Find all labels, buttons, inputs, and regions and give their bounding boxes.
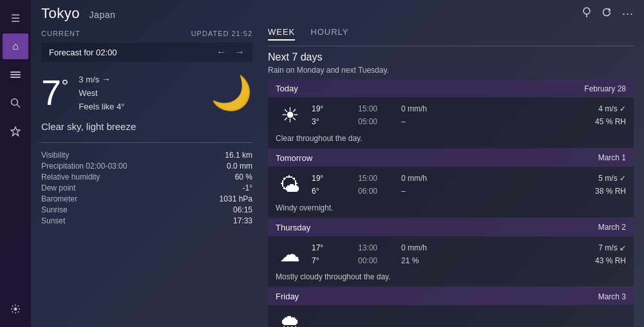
wind-info: 3 m/s → West Feels like 4° [79,72,124,113]
city-title: Tokyo Japan [41,5,115,22]
day-card: Today February 28 ☀ 19°3° 15:0005:00 0 m… [268,80,634,148]
day-card-header: Today February 28 [268,80,634,97]
detail-row: Relative humidity60 % [41,173,252,182]
day-temps: 17°7° [312,241,350,268]
day-times: 13:0000:00 [358,241,393,268]
day-temps [312,316,350,327]
day-weather-icon: 🌤 [276,173,304,197]
weather-main: 7° 3 m/s → West Feels like 4° 🌙 [41,70,252,118]
topbar-icons: ··· [582,6,634,21]
feels-like: Feels like 4° [79,100,124,114]
day-weather-icon: ☀ [276,103,304,127]
updated-label: UPDATED 21:52 [191,30,252,37]
sidebar-item-home[interactable]: ⌂ [3,33,28,59]
svg-point-6 [14,308,17,311]
day-precip: 0 mm/h– [401,102,437,129]
rain-notice: Rain on Monday and next Tuesday. [268,66,634,75]
day-desc: Windy overnight. [268,203,634,218]
detail-label: Visibility [41,151,69,160]
detail-label: Precipitation 02:00-03:00 [41,162,127,171]
wind-speed-value: 3 m/s [79,75,99,84]
svg-marker-5 [11,127,20,136]
day-card-body: 🌧 [268,305,634,327]
day-desc: Clear throughout the day. [268,134,634,148]
forecast-arrows: ← → [216,46,245,58]
sidebar: ☰ ⌂ [0,0,31,327]
day-date: March 1 [598,153,626,162]
day-precip: 0 mm/h– [401,172,437,198]
tab-hourly[interactable]: HOURLY [310,27,348,41]
tab-week[interactable]: WEEK [268,27,295,41]
detail-value: 1031 hPa [220,194,252,203]
main-content: Tokyo Japan ··· CURRE [31,0,644,327]
detail-label: Sunrise [41,205,68,214]
more-icon[interactable]: ··· [622,7,634,21]
pin-icon[interactable] [582,6,591,21]
detail-row: Visibility16.1 km [41,151,252,160]
day-card-header: Friday March 3 [268,288,634,305]
day-times: 15:0006:00 [358,172,393,198]
temp-unit: ° [61,77,68,97]
svg-point-3 [12,99,18,106]
detail-label: Relative humidity [41,173,100,182]
sidebar-item-favorites[interactable] [3,118,28,144]
sidebar-item-layers[interactable] [3,62,28,88]
day-times [358,316,393,327]
day-card: Friday March 3 🌧 [268,288,634,327]
forecast-label: Forecast for 02:00 [49,48,117,57]
day-card: Tomorrow March 1 🌤 19°6° 15:0006:00 0 mm… [268,149,634,218]
day-wind: 5 m/s ✓38 % RH [595,172,626,198]
detail-label: Sunset [41,216,65,225]
next7-label: Next 7 days [268,51,634,63]
svg-rect-1 [10,74,21,75]
detail-value: 16.1 km [225,151,252,160]
wind-speed: 3 m/s → [79,72,124,87]
day-card-header: Thursday March 2 [268,219,634,236]
day-weather-icon: 🌧 [276,310,304,327]
prev-arrow[interactable]: ← [216,46,227,58]
day-card-header: Tomorrow March 1 [268,149,634,167]
content-area: CURRENT UPDATED 21:52 Forecast for 02:00… [31,27,644,327]
weather-icon: 🌙 [211,73,252,113]
day-name: Tomorrow [276,153,312,163]
weather-description: Clear sky, light breeze [41,118,252,140]
day-card: Thursday March 2 ☁ 17°7° 13:0000:00 0 mm… [268,219,634,287]
sidebar-item-menu[interactable]: ☰ [3,5,28,31]
sidebar-item-settings[interactable] [3,296,28,322]
detail-label: Dew point [41,183,75,192]
temp-number: 7 [41,72,61,113]
sidebar-item-search[interactable] [3,90,28,116]
day-precip [401,316,437,327]
details-grid: Visibility16.1 kmPrecipitation 02:00-03:… [41,151,252,225]
day-times: 15:0005:00 [358,102,393,129]
day-desc: Mostly cloudy throughout the day. [268,272,634,286]
tabs: WEEKHOURLY [268,27,634,46]
svg-rect-2 [10,77,21,78]
detail-label: Barometer [41,194,77,203]
forecast-nav: Forecast for 02:00 ← → [41,42,252,62]
detail-row: Sunset17:33 [41,216,252,225]
day-name: Friday [276,292,299,301]
day-temps: 19°3° [312,102,350,129]
next-arrow[interactable]: → [234,46,245,58]
detail-row: Sunrise06:15 [41,205,252,214]
wind-arrow-icon: → [102,74,111,84]
city-name: Tokyo [41,5,80,21]
detail-value: -1° [243,183,252,192]
left-panel: CURRENT UPDATED 21:52 Forecast for 02:00… [31,27,263,327]
refresh-icon[interactable] [601,7,612,20]
detail-value: 06:15 [233,205,252,214]
day-cards: Today February 28 ☀ 19°3° 15:0005:00 0 m… [268,80,634,327]
day-card-body: 🌤 19°6° 15:0006:00 0 mm/h– 5 m/s ✓38 % R… [268,167,634,203]
svg-rect-0 [10,71,21,73]
panel-header: CURRENT UPDATED 21:52 [41,27,252,42]
detail-row: Dew point-1° [41,183,252,192]
day-date: February 28 [584,84,626,93]
day-wind: 7 m/s ↙43 % RH [595,241,626,268]
day-date: March 3 [598,292,626,301]
detail-value: 60 % [235,173,252,182]
day-name: Thursday [276,223,310,232]
temp-value: 7° [41,72,68,113]
wind-direction: West [79,87,124,100]
topbar: Tokyo Japan ··· [31,0,644,27]
